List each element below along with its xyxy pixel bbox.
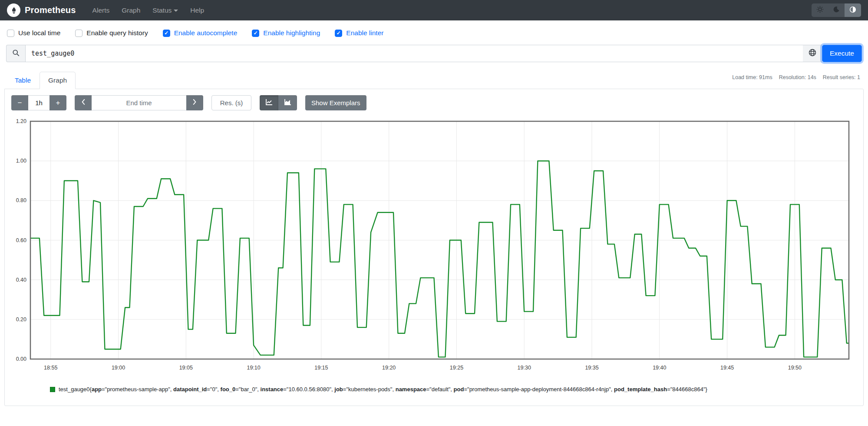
svg-text:19:05: 19:05: [179, 365, 193, 371]
svg-text:19:20: 19:20: [382, 365, 396, 371]
query-stats: Load time: 91ms Resolution: 14s Result s…: [732, 74, 860, 80]
resolution-stat: Resolution: 14s: [779, 74, 816, 80]
svg-text:1.00: 1.00: [16, 158, 26, 164]
svg-text:19:15: 19:15: [314, 365, 328, 371]
line-chart-toggle-button[interactable]: [260, 95, 278, 110]
svg-text:19:45: 19:45: [720, 365, 734, 371]
graph-controls: − +: [10, 95, 858, 110]
resolution-input[interactable]: [211, 95, 251, 110]
checkbox-box: [7, 30, 14, 37]
checkbox-enable-highlighting[interactable]: Enable highlighting: [252, 29, 320, 37]
tabs-row: Load time: 91ms Resolution: 14s Result s…: [4, 72, 864, 89]
svg-text:19:00: 19:00: [112, 365, 125, 371]
result-series-stat: Result series: 1: [823, 74, 860, 80]
nav-links: Alerts Graph Status Help: [87, 3, 210, 18]
stacked-chart-toggle-button[interactable]: [278, 95, 297, 110]
checkbox-box: [75, 30, 83, 37]
svg-text:19:10: 19:10: [247, 365, 260, 371]
chart-area: 0.000.200.400.600.801.001.2018:5519:0019…: [10, 117, 858, 379]
theme-dark-button[interactable]: [828, 3, 845, 17]
nav-item-status[interactable]: Status: [147, 3, 183, 18]
time-back-button[interactable]: [75, 95, 92, 110]
svg-text:19:40: 19:40: [653, 365, 666, 371]
load-time-stat: Load time: 91ms: [732, 74, 772, 80]
sun-icon: [816, 6, 824, 15]
metric-graph[interactable]: 0.000.200.400.600.801.001.2018:5519:0019…: [10, 117, 856, 377]
range-increase-button[interactable]: +: [50, 95, 66, 110]
stacked-area-icon: [284, 99, 292, 107]
theme-toggle-group: [812, 3, 861, 17]
nav-item-help[interactable]: Help: [185, 3, 209, 18]
time-forward-button[interactable]: [186, 95, 203, 110]
chart-type-toggle: [260, 95, 297, 110]
svg-text:19:35: 19:35: [585, 365, 598, 371]
execute-button[interactable]: Execute: [822, 45, 862, 62]
query-bar: Execute: [6, 45, 862, 62]
series-label-set: test_gauge0{app="prometheus-sample-app",…: [59, 386, 707, 393]
svg-text:0.60: 0.60: [16, 237, 26, 243]
prometheus-flame-icon: [7, 3, 20, 17]
search-addon: [6, 45, 25, 62]
checkbox-enable-linter[interactable]: Enable linter: [335, 29, 383, 37]
svg-text:19:50: 19:50: [788, 365, 802, 371]
series-legend[interactable]: test_gauge0{app="prometheus-sample-app",…: [50, 386, 832, 393]
theme-auto-button[interactable]: [845, 3, 861, 17]
query-options-row: Use local time Enable query history Enab…: [0, 20, 868, 43]
chevron-right-icon: [192, 99, 197, 107]
top-navbar: Prometheus Alerts Graph Status Help: [0, 0, 868, 20]
svg-text:0.80: 0.80: [16, 197, 26, 203]
checkbox-enable-autocomplete[interactable]: Enable autocomplete: [163, 29, 238, 37]
tab-graph[interactable]: Graph: [40, 72, 76, 89]
moon-icon: [833, 6, 840, 14]
globe-icon: [809, 49, 816, 58]
range-decrease-button[interactable]: −: [11, 95, 28, 110]
chevron-left-icon: [81, 99, 86, 107]
svg-text:0.00: 0.00: [16, 356, 26, 362]
svg-text:18:55: 18:55: [44, 365, 57, 371]
prometheus-brand[interactable]: Prometheus: [7, 3, 76, 17]
end-time-picker: [75, 95, 203, 110]
graph-panel: − +: [4, 89, 864, 406]
end-time-input[interactable]: [92, 95, 186, 110]
brand-title: Prometheus: [25, 5, 76, 15]
checkbox-use-local-time[interactable]: Use local time: [7, 29, 60, 37]
status-dropdown-caret-icon: [174, 10, 178, 12]
checkbox-box: [335, 30, 342, 37]
checkbox-box: [163, 30, 170, 37]
series-color-swatch: [50, 387, 55, 392]
circle-half-icon: [849, 6, 856, 15]
search-icon: [12, 49, 20, 58]
show-exemplars-button[interactable]: Show Exemplars: [305, 95, 366, 110]
range-stepper: − +: [11, 95, 66, 110]
metrics-explorer-button[interactable]: [803, 45, 822, 62]
line-chart-icon: [265, 99, 273, 107]
range-input[interactable]: [28, 95, 50, 110]
tab-table[interactable]: Table: [6, 72, 40, 89]
nav-item-alerts[interactable]: Alerts: [87, 3, 115, 18]
nav-item-graph[interactable]: Graph: [116, 3, 145, 18]
theme-light-button[interactable]: [812, 3, 828, 17]
svg-text:19:25: 19:25: [450, 365, 463, 371]
svg-text:0.40: 0.40: [16, 277, 26, 283]
svg-text:19:30: 19:30: [518, 365, 531, 371]
checkbox-box: [252, 30, 259, 37]
svg-text:1.20: 1.20: [16, 118, 26, 124]
svg-text:0.20: 0.20: [16, 316, 26, 323]
expression-input[interactable]: [25, 45, 803, 62]
checkbox-enable-query-history[interactable]: Enable query history: [75, 29, 148, 37]
